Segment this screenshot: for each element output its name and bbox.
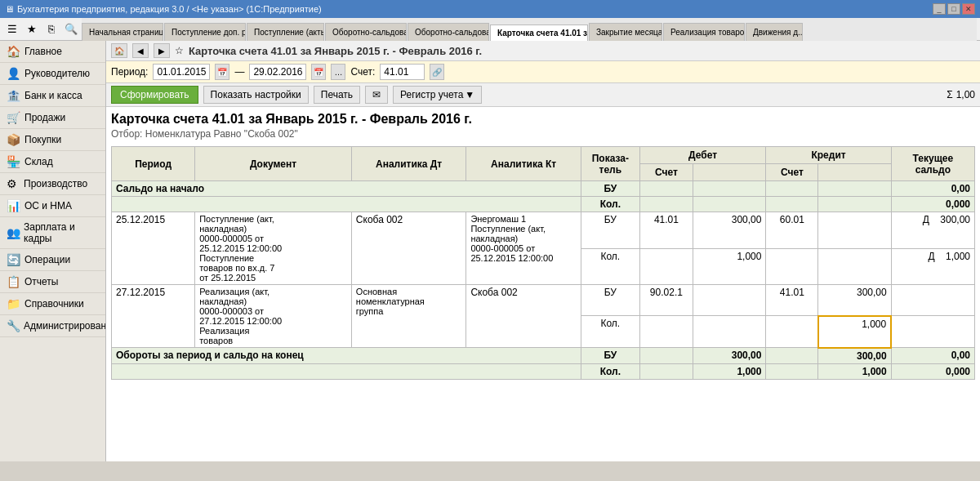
- row1-debit-acc-kol: [639, 248, 693, 285]
- sidebar: 🏠 Главное 👤 Руководителю 🏦 Банк и касса …: [0, 41, 106, 461]
- row2-show-bu: БУ: [581, 285, 639, 316]
- tab-sales[interactable]: Реализация товаров: Накладная 0000-00000…: [663, 23, 745, 41]
- row2-debit-sum-kol: [693, 316, 766, 348]
- sidebar-item-warehouse[interactable]: 🏪 Склад: [0, 151, 105, 173]
- totals-debit-acc-bu: [639, 348, 693, 364]
- period-options-button[interactable]: …: [331, 64, 345, 80]
- payroll-icon: 👥: [7, 226, 20, 239]
- saldo-kol-credit-sum: [818, 197, 891, 212]
- row1-anal-dt: Скоба 002: [351, 212, 466, 285]
- calendar-to-button[interactable]: 📅: [311, 64, 326, 80]
- row1-credit-sum-kol: [818, 248, 891, 285]
- row1-saldo-bu: Д 300,00: [891, 212, 974, 249]
- row2-credit-sum-bu: 300,00: [818, 285, 891, 316]
- saldo-start-row: Сальдо на начало БУ 0,00: [112, 181, 975, 197]
- copy-icon[interactable]: ⎘: [42, 20, 60, 38]
- tab-month-close[interactable]: Закрытие месяца ✕: [589, 23, 662, 41]
- saldo-start-label: Сальдо на начало: [112, 181, 581, 197]
- totals-kol-label: [112, 363, 581, 379]
- totals-debit-acc-kol: [639, 363, 693, 379]
- totals-row-kol: Кол. 1,000 1,000 0,000: [112, 363, 975, 379]
- tab-posting[interactable]: Поступление (акты, накл... ✕: [247, 23, 324, 41]
- sidebar-item-production[interactable]: ⚙ Производство: [0, 173, 105, 195]
- print-button[interactable]: Печать: [314, 86, 360, 104]
- sidebar-item-admin[interactable]: 🔧 Администрирование: [0, 315, 105, 337]
- row1-show-bu: БУ: [581, 212, 639, 249]
- row1-date: 25.12.2015: [112, 212, 195, 285]
- totals-debit-sum-bu: 300,00: [693, 348, 766, 364]
- account-link-button[interactable]: 🔗: [430, 64, 444, 80]
- home-nav-button[interactable]: 🏠: [111, 43, 127, 58]
- tab-bar: Начальная страница ✕ Поступление доп. ра…: [82, 18, 977, 41]
- saldo-start-kol-row: Кол. 0,000: [112, 197, 975, 212]
- sidebar-item-reports[interactable]: 📋 Отчеты: [0, 271, 105, 293]
- totals-saldo-kol: 0,000: [891, 363, 974, 379]
- maximize-button[interactable]: □: [947, 3, 960, 15]
- app-icon: 🖥: [5, 4, 14, 14]
- tab-home[interactable]: Начальная страница ✕: [82, 23, 163, 41]
- header-debit-account: Счет: [639, 164, 693, 181]
- forward-button[interactable]: ▶: [154, 43, 170, 58]
- header-credit-account: Счет: [766, 164, 818, 181]
- row2-credit-sum-kol: 1,000: [818, 316, 891, 348]
- sidebar-item-bank[interactable]: 🏦 Банк и касса: [0, 85, 105, 107]
- sidebar-item-sales[interactable]: 🛒 Продажи: [0, 107, 105, 129]
- register-button[interactable]: Регистр учета ▼: [393, 86, 482, 104]
- doc-header: 🏠 ◀ ▶ ☆ Карточка счета 41.01 за Январь 2…: [106, 41, 980, 61]
- sidebar-item-operations[interactable]: 🔄 Операции: [0, 249, 105, 271]
- header-credit-sum: [818, 164, 891, 181]
- sidebar-item-directories[interactable]: 📁 Справочники: [0, 293, 105, 315]
- form-button[interactable]: Сформировать: [111, 86, 198, 104]
- totals-credit-acc-bu: [766, 348, 818, 364]
- tab-movements[interactable]: Движения д... ✕: [746, 23, 803, 41]
- sidebar-item-manager[interactable]: 👤 Руководителю: [0, 63, 105, 85]
- saldo-credit-sum-bu: [818, 181, 891, 197]
- totals-credit-acc-kol: [766, 363, 818, 379]
- toolbar: ☰ ★ ⎘ 🔍 Начальная страница ✕ Поступление…: [0, 18, 980, 41]
- totals-show-kol: Кол.: [581, 363, 639, 379]
- account-label: Счет:: [350, 66, 375, 78]
- period-label: Период:: [111, 66, 148, 78]
- row2-anal-kt: Скоба 002: [466, 285, 581, 348]
- sidebar-item-purchases[interactable]: 📦 Покупки: [0, 129, 105, 151]
- row2-debit-sum-bu: [693, 285, 766, 316]
- row1-credit-acc-bu: 60.01: [766, 212, 818, 249]
- row1-debit-acc-bu: 41.01: [639, 212, 693, 249]
- email-button[interactable]: ✉: [365, 86, 388, 104]
- header-period: Период: [112, 147, 195, 181]
- period-from-input[interactable]: [153, 64, 210, 80]
- period-to-input[interactable]: [249, 64, 306, 80]
- close-button[interactable]: ✕: [962, 3, 975, 15]
- window-controls[interactable]: _ □ ✕: [933, 3, 975, 15]
- back-button[interactable]: ◀: [132, 43, 149, 58]
- sidebar-item-payroll[interactable]: 👥 Зарплата и кадры: [0, 217, 105, 249]
- period-bar: Период: 📅 — 📅 … Счет: 🔗: [106, 61, 980, 83]
- tab-account-card[interactable]: Карточка счета 41.01 за Январь 2015 г. -…: [490, 24, 588, 41]
- sidebar-item-assets[interactable]: 📊 ОС и НМА: [0, 195, 105, 217]
- row1-credit-acc-kol: [766, 248, 818, 285]
- admin-icon: 🔧: [7, 319, 20, 332]
- account-input[interactable]: [380, 64, 425, 80]
- calendar-from-button[interactable]: 📅: [215, 64, 229, 80]
- saldo-credit-acc-bu: [766, 181, 818, 197]
- tab-posting-extra[interactable]: Поступление доп. расходов ✕: [164, 23, 246, 41]
- search-icon[interactable]: 🔍: [62, 20, 80, 38]
- sidebar-item-main[interactable]: 🏠 Главное: [0, 41, 105, 63]
- doc-title: Карточка счета 41.01 за Январь 2015 г. -…: [189, 45, 482, 57]
- header-show: Показа-тель: [581, 147, 639, 181]
- bookmark-icon[interactable]: ☆: [175, 45, 184, 56]
- manager-icon: 👤: [7, 67, 20, 80]
- totals-debit-sum-kol: 1,000: [693, 363, 766, 379]
- minimize-button[interactable]: _: [933, 3, 946, 15]
- settings-button[interactable]: Показать настройки: [203, 86, 309, 104]
- saldo-start-kol-label: [112, 197, 581, 212]
- row2-saldo-bu: [891, 285, 974, 316]
- menu-icon[interactable]: ☰: [3, 20, 21, 38]
- table-row-2-bu[interactable]: 27.12.2015 Реализация (акт,накладная)000…: [112, 285, 975, 316]
- sigma-value: 1,00: [956, 89, 975, 100]
- totals-label: Обороты за период и сальдо на конец: [112, 348, 581, 364]
- favorites-icon[interactable]: ★: [23, 20, 41, 38]
- table-row-1-bu[interactable]: 25.12.2015 Поступление (акт,накладная)00…: [112, 212, 975, 249]
- tab-balance-sheet-41[interactable]: Оборотно-сальдовая ведомость по счету 41…: [408, 23, 489, 41]
- tab-balance-sheet[interactable]: Оборотно-сальдовая ведомость за Январь 2…: [325, 23, 407, 41]
